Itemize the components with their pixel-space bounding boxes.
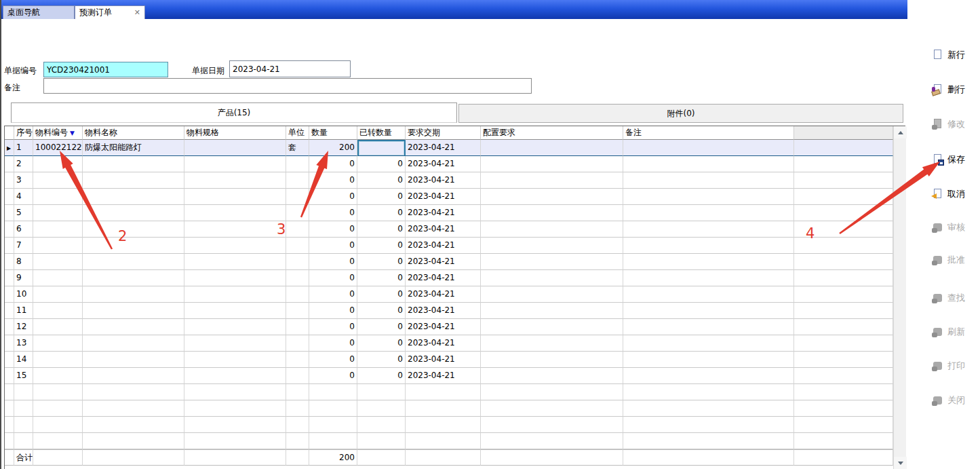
cell-config[interactable] — [481, 368, 623, 384]
active-edit-cell[interactable] — [357, 140, 406, 156]
cell-qty[interactable]: 0 — [309, 254, 357, 270]
vertical-scrollbar[interactable] — [893, 126, 906, 469]
empty-row[interactable] — [5, 384, 893, 400]
cell-unit[interactable] — [286, 189, 309, 205]
cell-remark[interactable] — [623, 368, 794, 384]
cell-conv[interactable]: 0 — [357, 205, 406, 221]
cell-spec[interactable] — [184, 270, 286, 286]
cell-spec[interactable] — [184, 156, 286, 172]
cell-remark[interactable] — [623, 303, 794, 319]
cell-conv[interactable]: 0 — [357, 172, 406, 189]
cell-unit[interactable] — [286, 254, 309, 270]
cell-conv[interactable]: 0 — [357, 335, 406, 352]
cell-config[interactable] — [481, 335, 623, 352]
cell-date[interactable]: 2023-04-21 — [406, 238, 481, 254]
cell-remark[interactable] — [623, 335, 794, 352]
top-tab-1[interactable]: 桌面导航 — [3, 5, 75, 19]
cell-date[interactable]: 2023-04-21 — [406, 352, 481, 368]
cell-remark[interactable] — [623, 286, 794, 303]
cell-unit[interactable] — [286, 303, 309, 319]
column-header-conv[interactable]: 已转数量 — [357, 126, 406, 140]
doc-no-input[interactable] — [43, 62, 168, 77]
top-tab-2[interactable]: 预测订单✕ — [75, 5, 145, 19]
cell-conv[interactable]: 0 — [357, 319, 406, 335]
cell-unit[interactable] — [286, 368, 309, 384]
cell-date[interactable]: 2023-04-21 — [406, 368, 481, 384]
cell-date[interactable]: 2023-04-21 — [406, 303, 481, 319]
table-row[interactable]: 15002023-04-21 — [5, 368, 893, 384]
cell-spec[interactable] — [184, 221, 286, 238]
cell-conv[interactable]: 0 — [357, 156, 406, 172]
cell-spec[interactable] — [184, 335, 286, 352]
cell-spec[interactable] — [184, 172, 286, 189]
cell-seq[interactable]: 6 — [14, 221, 33, 238]
cell-config[interactable] — [481, 221, 623, 238]
cell-config[interactable] — [481, 238, 623, 254]
cell-name[interactable] — [83, 221, 184, 238]
cell-unit[interactable] — [286, 221, 309, 238]
column-header-code[interactable]: 物料编号▼ — [33, 126, 83, 140]
cell-qty[interactable]: 0 — [309, 172, 357, 189]
cell-conv[interactable]: 0 — [357, 303, 406, 319]
cell-unit[interactable] — [286, 172, 309, 189]
cell-config[interactable] — [481, 352, 623, 368]
cell-remark[interactable] — [623, 238, 794, 254]
cell-spec[interactable] — [184, 205, 286, 221]
cell-seq[interactable]: 5 — [14, 205, 33, 221]
cell-seq[interactable]: 4 — [14, 189, 33, 205]
cell-seq[interactable]: 10 — [14, 286, 33, 303]
table-row[interactable]: 4002023-04-21 — [5, 189, 893, 205]
empty-row[interactable] — [5, 433, 893, 449]
cell-remark[interactable] — [623, 319, 794, 335]
column-header-unit[interactable]: 单位 — [286, 126, 309, 140]
cell-seq[interactable]: 9 — [14, 270, 33, 286]
empty-row[interactable] — [5, 400, 893, 417]
cell-date[interactable]: 2023-04-21 — [406, 189, 481, 205]
cell-spec[interactable] — [184, 238, 286, 254]
cell-remark[interactable] — [623, 221, 794, 238]
cell-config[interactable] — [481, 319, 623, 335]
cell-seq[interactable]: 1 — [14, 140, 33, 156]
cell-unit[interactable] — [286, 352, 309, 368]
cell-conv[interactable]: 0 — [357, 221, 406, 238]
table-row[interactable]: 8002023-04-21 — [5, 254, 893, 270]
cell-name[interactable] — [83, 319, 184, 335]
cell-spec[interactable] — [184, 352, 286, 368]
cell-name[interactable] — [83, 254, 184, 270]
cell-conv[interactable]: 0 — [357, 189, 406, 205]
cell-code[interactable] — [33, 221, 83, 238]
cell-remark[interactable] — [623, 270, 794, 286]
cell-seq[interactable]: 7 — [14, 238, 33, 254]
cell-code[interactable] — [33, 189, 83, 205]
approve-button[interactable]: 批准 — [932, 251, 965, 269]
cell-name[interactable] — [83, 335, 184, 352]
cell-unit[interactable] — [286, 270, 309, 286]
new-row-button[interactable]: 新行 — [932, 46, 965, 64]
table-row[interactable]: 9002023-04-21 — [5, 270, 893, 286]
cell-seq[interactable]: 2 — [14, 156, 33, 172]
cell-qty[interactable]: 200 — [309, 140, 357, 156]
cell-config[interactable] — [481, 286, 623, 303]
cell-code[interactable] — [33, 238, 83, 254]
cell-seq[interactable]: 11 — [14, 303, 33, 319]
scrollbar-up-icon[interactable] — [894, 126, 907, 138]
cell-qty[interactable]: 0 — [309, 335, 357, 352]
cell-spec[interactable] — [184, 189, 286, 205]
cell-spec[interactable] — [184, 286, 286, 303]
column-header-remark[interactable]: 备注 — [623, 126, 794, 140]
cell-date[interactable]: 2023-04-21 — [406, 221, 481, 238]
cell-remark[interactable] — [623, 172, 794, 189]
detail-tab-1[interactable]: 产品(15) — [11, 102, 457, 123]
print-button[interactable]: 打印 — [932, 357, 965, 375]
cell-seq[interactable]: 14 — [14, 352, 33, 368]
cell-seq[interactable]: 13 — [14, 335, 33, 352]
cell-date[interactable]: 2023-04-21 — [406, 286, 481, 303]
cell-config[interactable] — [481, 205, 623, 221]
cell-qty[interactable]: 0 — [309, 368, 357, 384]
table-row[interactable]: 2002023-04-21 — [5, 156, 893, 172]
cell-code[interactable] — [33, 286, 83, 303]
cell-code[interactable] — [33, 172, 83, 189]
cell-qty[interactable]: 0 — [309, 352, 357, 368]
table-row[interactable]: 7002023-04-21 — [5, 238, 893, 254]
column-header-config[interactable]: 配置要求 — [481, 126, 623, 140]
